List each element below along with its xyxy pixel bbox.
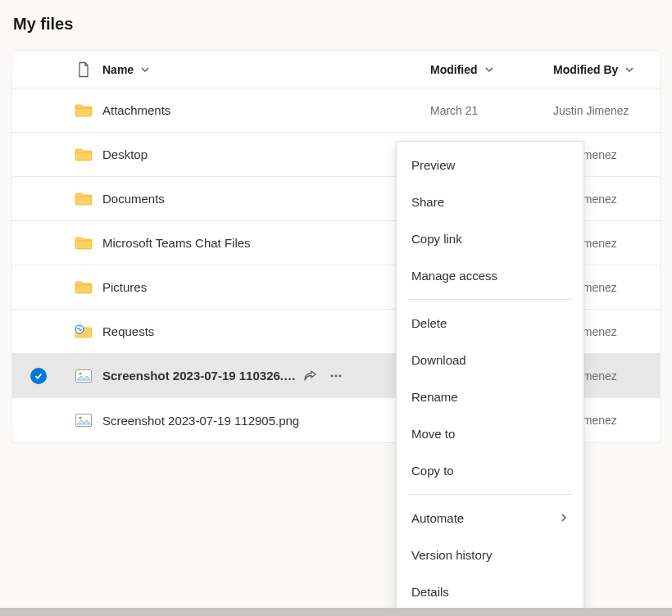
file-name-label: Desktop [102, 147, 148, 161]
folder-icon [65, 236, 102, 251]
context-menu: PreviewShareCopy linkManage accessDelete… [396, 141, 584, 616]
file-name-cell[interactable]: Microsoft Teams Chat Files [102, 236, 430, 250]
file-name-label: Screenshot 2023-07-19 112905.png [102, 414, 299, 428]
file-name-cell[interactable]: Requests [102, 324, 430, 338]
menu-separator [408, 494, 572, 495]
file-type-header-icon[interactable] [65, 61, 102, 78]
modified-label: March 21 [430, 104, 478, 117]
menu-item-version-history[interactable]: Version history [397, 537, 583, 573]
folder-icon [65, 103, 102, 118]
file-name-cell[interactable]: Documents [102, 192, 430, 206]
menu-item-label: Copy to [411, 464, 454, 478]
file-name-label: Screenshot 2023-07-19 110326.… [102, 369, 296, 383]
chevron-down-icon [140, 65, 150, 75]
menu-item-label: Version history [411, 548, 492, 562]
menu-item-label: Delete [411, 316, 447, 330]
menu-item-manage-access[interactable]: Manage access [397, 257, 583, 294]
menu-item-copy-to[interactable]: Copy to [397, 452, 583, 489]
menu-item-download[interactable]: Download [397, 342, 583, 378]
menu-item-label: Share [411, 195, 444, 209]
chevron-down-icon [624, 65, 634, 75]
menu-item-details[interactable]: Details [397, 573, 583, 610]
folder-icon [65, 147, 102, 162]
row-select-cell[interactable] [12, 368, 65, 384]
modified-by-label: Justin Jimenez [553, 104, 629, 117]
column-header-name[interactable]: Name [102, 63, 430, 76]
file-name-label: Attachments [102, 103, 170, 117]
menu-item-preview[interactable]: Preview [397, 147, 583, 183]
menu-item-label: Automate [411, 511, 464, 525]
file-name-cell[interactable]: Screenshot 2023-07-19 112905.png [102, 414, 430, 428]
chevron-down-icon [484, 65, 494, 75]
menu-item-label: Download [411, 353, 466, 367]
selected-check-icon[interactable] [30, 368, 47, 384]
menu-item-move-to[interactable]: Move to [397, 415, 583, 452]
file-name-label: Pictures [102, 280, 147, 294]
column-header-name-label: Name [102, 63, 134, 76]
menu-item-label: Rename [411, 390, 458, 404]
menu-item-share[interactable]: Share [397, 183, 583, 220]
row-actions [302, 369, 356, 383]
folder-icon [65, 192, 102, 206]
image-file-icon [65, 413, 102, 428]
modified-by-cell: Justin Jimenez [553, 104, 660, 117]
image-file-icon [65, 369, 102, 383]
chevron-right-icon [559, 511, 569, 525]
file-name-cell[interactable]: Desktop [102, 147, 430, 161]
menu-item-copy-link[interactable]: Copy link [397, 220, 583, 257]
file-name-label: Documents [102, 192, 165, 206]
column-header-modified-by[interactable]: Modified By [553, 63, 660, 76]
file-name-cell[interactable]: Attachments [102, 103, 430, 117]
folder-icon [65, 280, 102, 295]
menu-item-automate[interactable]: Automate [397, 500, 583, 537]
menu-item-delete[interactable]: Delete [397, 305, 583, 342]
menu-item-label: Details [411, 585, 449, 599]
bottom-bar [0, 608, 672, 616]
column-header-row: Name Modified Modified By [12, 51, 660, 88]
share-icon[interactable] [302, 369, 317, 383]
menu-separator [408, 299, 572, 300]
more-actions-icon[interactable] [329, 369, 343, 383]
menu-item-label: Manage access [411, 269, 497, 283]
column-header-modified-by-label: Modified By [553, 63, 618, 76]
menu-item-label: Preview [411, 158, 455, 172]
table-row[interactable]: AttachmentsMarch 21Justin Jimenez [12, 88, 660, 133]
menu-item-label: Move to [411, 427, 455, 441]
file-name-cell[interactable]: Screenshot 2023-07-19 110326.… [102, 369, 430, 383]
file-name-label: Microsoft Teams Chat Files [102, 236, 251, 250]
modified-cell: March 21 [430, 104, 553, 117]
file-name-cell[interactable]: Pictures [102, 280, 430, 294]
menu-item-label: Copy link [411, 232, 462, 246]
page-title: My files [0, 0, 672, 50]
column-header-modified[interactable]: Modified [430, 63, 553, 76]
menu-item-rename[interactable]: Rename [397, 378, 583, 415]
column-header-modified-label: Modified [430, 63, 478, 76]
file-name-label: Requests [102, 324, 154, 338]
linked-folder-icon [65, 324, 102, 339]
